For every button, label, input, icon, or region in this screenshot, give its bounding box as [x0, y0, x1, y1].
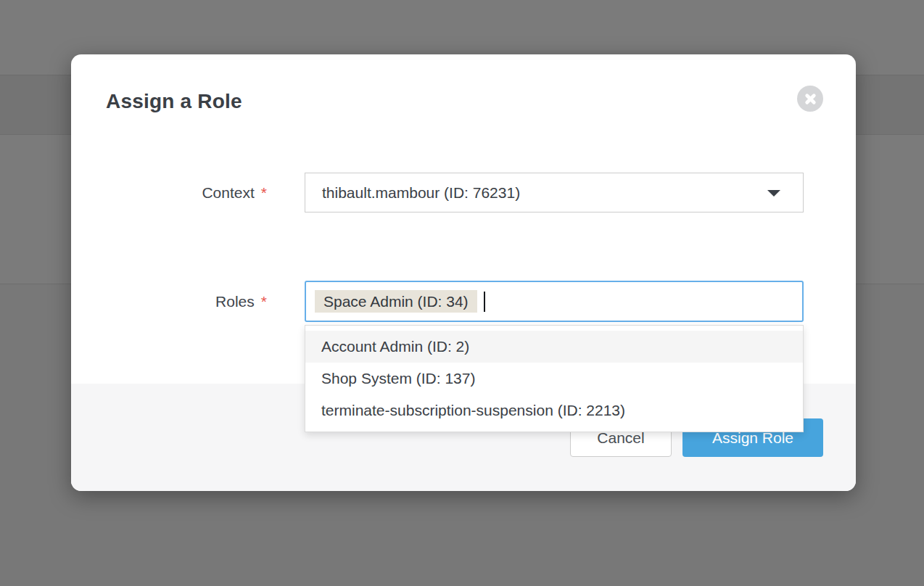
close-icon — [804, 93, 817, 105]
roles-label: Roles* — [71, 281, 267, 322]
assign-role-modal: Assign a Role Context* thibault.mambour … — [71, 54, 856, 491]
roles-label-text: Roles — [215, 293, 255, 310]
context-label: Context* — [71, 173, 267, 212]
roles-input[interactable]: Space Admin (ID: 34) — [305, 281, 804, 322]
roles-required-asterisk: * — [261, 293, 267, 310]
option-account-admin[interactable]: Account Admin (ID: 2) — [305, 331, 803, 363]
chevron-down-icon — [767, 190, 780, 197]
option-terminate-subscription-suspension[interactable]: terminate-subscription-suspension (ID: 2… — [305, 395, 803, 426]
context-label-text: Context — [202, 184, 254, 201]
context-select[interactable]: thibault.mambour (ID: 76231) — [305, 173, 804, 212]
roles-options-list: Account Admin (ID: 2) Shop System (ID: 1… — [305, 325, 804, 432]
option-shop-system[interactable]: Shop System (ID: 137) — [305, 363, 803, 395]
text-cursor — [484, 292, 485, 312]
modal-title: Assign a Role — [106, 90, 242, 113]
context-required-asterisk: * — [261, 184, 267, 201]
role-tag-space-admin[interactable]: Space Admin (ID: 34) — [315, 290, 477, 313]
close-button[interactable] — [797, 86, 823, 112]
context-selected-value: thibault.mambour (ID: 76231) — [305, 184, 520, 202]
